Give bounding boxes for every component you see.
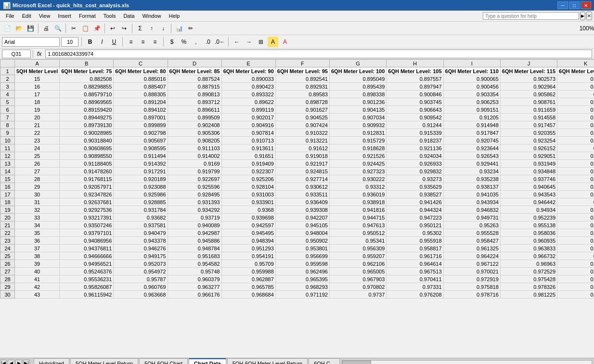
cell-J29[interactable]: 0.978326 bbox=[500, 283, 557, 291]
cell-H7[interactable]: 0.909542 bbox=[387, 114, 443, 121]
cell-G4[interactable]: 0.898338 bbox=[329, 91, 386, 98]
cell-B22[interactable]: 0.93797101 bbox=[60, 229, 114, 237]
cell-H9[interactable]: 0.915339 bbox=[387, 129, 443, 137]
cell-B26[interactable]: 0.94956521 bbox=[60, 260, 114, 268]
cell-C2[interactable]: 0.885016 bbox=[114, 75, 168, 83]
cut-button[interactable]: ✂ bbox=[68, 23, 79, 34]
cell-E2[interactable]: 0.890033 bbox=[221, 75, 275, 83]
cell-G14[interactable]: 0.927323 bbox=[329, 168, 386, 175]
tab-first-button[interactable]: |◀ bbox=[0, 360, 7, 364]
cell-E28[interactable]: 0.962887 bbox=[221, 275, 275, 283]
cell-I24[interactable]: 0.961325 bbox=[443, 245, 500, 252]
row-header-8[interactable]: 8 bbox=[0, 121, 15, 129]
cell-J13[interactable]: 0.931949 bbox=[500, 160, 557, 168]
cell-B12[interactable]: 0.90898550 bbox=[60, 152, 114, 160]
cell-I1[interactable]: 6QH Meter Level: 110 bbox=[443, 67, 500, 75]
cell-A7[interactable]: 20 bbox=[15, 114, 60, 121]
cell-I10[interactable]: 0.920745 bbox=[443, 137, 500, 144]
cell-K23[interactable]: 0.963443 bbox=[557, 237, 594, 245]
indent-dec-button[interactable]: ← bbox=[232, 37, 242, 47]
cell-I22[interactable]: 0.955528 bbox=[443, 229, 500, 237]
menu-window[interactable]: Window bbox=[139, 11, 165, 21]
cell-D25[interactable]: 0.951683 bbox=[168, 252, 221, 260]
cell-J27[interactable]: 0.972529 bbox=[500, 268, 557, 275]
cell-H29[interactable]: 0.97331 bbox=[387, 283, 443, 291]
cell-E5[interactable]: 0.89622 bbox=[221, 98, 275, 106]
cell-A26[interactable]: 39 bbox=[15, 260, 60, 268]
cell-D18[interactable]: 0.931393 bbox=[168, 198, 221, 206]
cell-B18[interactable]: 0.92637681 bbox=[60, 198, 114, 206]
cell-E22[interactable]: 0.945495 bbox=[221, 229, 275, 237]
cell-F18[interactable]: 0.936409 bbox=[275, 198, 329, 206]
cell-D6[interactable]: 0.896611 bbox=[168, 106, 221, 114]
sheet-tab-0[interactable]: Hybridized bbox=[34, 358, 69, 364]
print-button[interactable]: 🖨 bbox=[41, 23, 52, 34]
cell-D24[interactable]: 0.948784 bbox=[168, 245, 221, 252]
cell-B21[interactable]: 0.93507246 bbox=[60, 221, 114, 229]
cell-B13[interactable]: 0.91188405 bbox=[60, 160, 114, 168]
font-color-button[interactable]: A bbox=[280, 37, 290, 47]
row-header-28[interactable]: 28 bbox=[0, 275, 15, 283]
cell-K10[interactable]: 0.925762 bbox=[557, 137, 594, 144]
cell-C3[interactable]: 0.885407 bbox=[114, 83, 168, 91]
cell-F19[interactable]: 0.939308 bbox=[275, 206, 329, 214]
cell-G6[interactable]: 0.904135 bbox=[329, 106, 386, 114]
cell-H2[interactable]: 0.897557 bbox=[387, 75, 443, 83]
cell-F21[interactable]: 0.945105 bbox=[275, 221, 329, 229]
cell-F2[interactable]: 0.892541 bbox=[275, 75, 329, 83]
cell-K29[interactable]: 0.980834 bbox=[557, 283, 594, 291]
cell-H14[interactable]: 0.929832 bbox=[387, 168, 443, 175]
cell-B3[interactable]: 0.88298855 bbox=[60, 83, 114, 91]
cell-B28[interactable]: 0.95536231 bbox=[60, 275, 114, 283]
col-header-G[interactable]: G bbox=[329, 60, 386, 67]
fill-color-button[interactable]: A bbox=[268, 37, 278, 47]
cell-G24[interactable]: 0.956309 bbox=[329, 245, 386, 252]
cell-G5[interactable]: 0.901236 bbox=[329, 98, 386, 106]
cell-H20[interactable]: 0.947223 bbox=[387, 214, 443, 221]
cell-H25[interactable]: 0.961716 bbox=[387, 252, 443, 260]
cell-reference-box[interactable] bbox=[2, 50, 31, 58]
cell-B1[interactable]: 6QH Meter Level: 75 bbox=[60, 67, 114, 75]
cell-C9[interactable]: 0.902798 bbox=[114, 129, 168, 137]
row-header-26[interactable]: 26 bbox=[0, 260, 15, 268]
cell-J10[interactable]: 0.923254 bbox=[500, 137, 557, 144]
row-header-17[interactable]: 17 bbox=[0, 191, 15, 198]
font-name-input[interactable] bbox=[2, 37, 60, 47]
row-header-6[interactable]: 6 bbox=[0, 106, 15, 114]
border-button[interactable]: ⊞ bbox=[256, 37, 266, 47]
row-header-23[interactable]: 23 bbox=[0, 237, 15, 245]
cell-B19[interactable]: 0.92927536 bbox=[60, 206, 114, 214]
cell-B8[interactable]: 0.89739130 bbox=[60, 121, 114, 129]
col-header-B[interactable]: B bbox=[60, 60, 114, 67]
cell-E18[interactable]: 0.933901 bbox=[221, 198, 275, 206]
cell-J1[interactable]: 6QH Meter Level: 115 bbox=[500, 67, 557, 75]
underline-button[interactable]: U bbox=[109, 37, 119, 47]
cell-K20[interactable]: 0.954747 bbox=[557, 214, 594, 221]
cell-F12[interactable]: 0.919018 bbox=[275, 152, 329, 160]
row-header-7[interactable]: 7 bbox=[0, 114, 15, 121]
cell-K8[interactable]: 0.919965 bbox=[557, 121, 594, 129]
autosum-button[interactable]: Σ bbox=[135, 23, 145, 34]
cell-H1[interactable]: 6QH Meter Level: 105 bbox=[387, 67, 443, 75]
cell-C6[interactable]: 0.894102 bbox=[114, 106, 168, 114]
cell-H8[interactable]: 0.91244 bbox=[387, 121, 443, 129]
italic-button[interactable]: I bbox=[97, 37, 107, 47]
cell-H16[interactable]: 0.935629 bbox=[387, 183, 443, 191]
cell-C14[interactable]: 0.917291 bbox=[114, 168, 168, 175]
cell-K26[interactable]: 0.972139 bbox=[557, 260, 594, 268]
cell-A21[interactable]: 34 bbox=[15, 221, 60, 229]
cell-G17[interactable]: 0.936019 bbox=[329, 191, 386, 198]
cell-H28[interactable]: 0.970411 bbox=[387, 275, 443, 283]
col-header-E[interactable]: E bbox=[221, 60, 275, 67]
redo-button[interactable]: ↪ bbox=[119, 23, 129, 34]
cell-C10[interactable]: 0.905697 bbox=[114, 137, 168, 144]
cell-J24[interactable]: 0.963833 bbox=[500, 245, 557, 252]
cell-A8[interactable]: 21 bbox=[15, 121, 60, 129]
cell-G29[interactable]: 0.970802 bbox=[329, 283, 386, 291]
cell-D10[interactable]: 0.908205 bbox=[168, 137, 221, 144]
cell-K19[interactable]: 0.951849 bbox=[557, 206, 594, 214]
cell-C4[interactable]: 0.888305 bbox=[114, 91, 168, 98]
cell-G26[interactable]: 0.962106 bbox=[329, 260, 386, 268]
paste-button[interactable]: 📌 bbox=[91, 23, 102, 34]
cell-E7[interactable]: 0.902017 bbox=[221, 114, 275, 121]
